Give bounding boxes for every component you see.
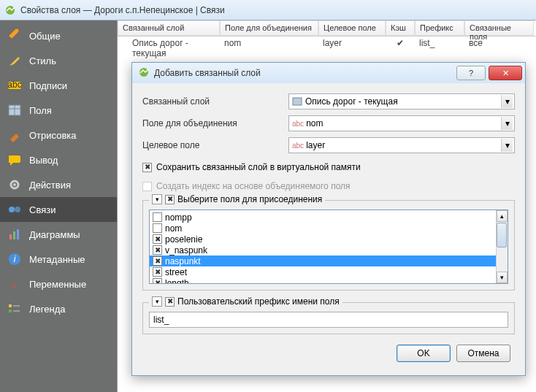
- field-checkbox[interactable]: [153, 256, 162, 266]
- svg-rect-12: [17, 229, 19, 239]
- th-join-field[interactable]: Поле для объединения: [220, 20, 318, 36]
- legend-icon: [7, 301, 22, 316]
- sidebar-item-label: Подписи: [29, 80, 67, 91]
- sidebar-item-label: Переменные: [29, 279, 86, 290]
- list-item[interactable]: length: [150, 277, 508, 284]
- sidebar-item-display[interactable]: Вывод: [0, 147, 117, 172]
- join-layer-label: Связанный слой: [142, 96, 288, 107]
- join-layer-select[interactable]: Опись дорог - текущая ▾: [288, 93, 515, 109]
- th-join-layer[interactable]: Связанный слой: [118, 20, 220, 36]
- list-item[interactable]: nom: [150, 223, 508, 234]
- table-icon: [7, 103, 22, 118]
- scroll-thumb[interactable]: [497, 223, 507, 247]
- fields-listbox[interactable]: nompp nom poselenie v_naspunk naspunkt s…: [149, 210, 508, 284]
- sidebar-item-style[interactable]: Стиль: [0, 48, 117, 73]
- list-item[interactable]: naspunkt: [150, 255, 508, 266]
- svg-point-9: [15, 207, 20, 212]
- sidebar-item-metadata[interactable]: iМетаданные: [0, 247, 117, 272]
- collapse-button[interactable]: ▾: [152, 194, 162, 204]
- select-value: layer: [306, 140, 325, 150]
- target-field-select[interactable]: abc layer ▾: [288, 137, 515, 153]
- svg-point-7: [13, 183, 16, 186]
- prefix-input[interactable]: [149, 312, 508, 328]
- joins-table-header: Связанный слой Поле для объединения Целе…: [118, 20, 536, 36]
- dialog-title-bar[interactable]: Добавить связанный слой ? ✕: [132, 63, 525, 83]
- abc-prefix: abc: [292, 142, 304, 150]
- scroll-up-button[interactable]: ▴: [497, 210, 508, 222]
- list-item[interactable]: v_naspunk: [150, 245, 508, 255]
- list-item[interactable]: nompp: [150, 212, 508, 223]
- prefix-group-checkbox[interactable]: [165, 297, 175, 307]
- list-item[interactable]: poselenie: [150, 234, 508, 245]
- th-prefix[interactable]: Префикс: [415, 20, 464, 36]
- layer-icon: [292, 96, 302, 107]
- app-icon: [4, 4, 16, 16]
- join-field-select[interactable]: abc nom ▾: [288, 115, 515, 131]
- sidebar-item-fields[interactable]: Поля: [0, 98, 117, 123]
- sidebar-item-label: Действия: [29, 180, 71, 191]
- scroll-down-button[interactable]: ▾: [497, 272, 508, 283]
- sidebar-item-joins[interactable]: Связи: [0, 197, 117, 222]
- join-icon: [7, 202, 22, 217]
- svg-rect-16: [9, 304, 12, 307]
- th-cache[interactable]: Кэш: [386, 20, 415, 36]
- sidebar-item-variables[interactable]: εПеременные: [0, 272, 117, 296]
- app-icon: [138, 66, 150, 80]
- table-row[interactable]: Опись дорог - текущая nom layer ✔ list_ …: [118, 36, 536, 51]
- svg-rect-11: [13, 231, 15, 239]
- fields-group-checkbox[interactable]: [165, 195, 175, 204]
- field-checkbox[interactable]: [153, 234, 162, 244]
- epsilon-icon: ε: [7, 277, 22, 291]
- sidebar-item-label: Связи: [29, 204, 55, 215]
- chart-icon: [7, 227, 22, 242]
- sidebar-item-legend[interactable]: Легенда: [0, 296, 117, 321]
- select-value: nom: [306, 118, 323, 128]
- sidebar-item-actions[interactable]: Действия: [0, 172, 117, 197]
- collapse-button[interactable]: ▾: [152, 296, 162, 307]
- index-label: Создать индекс на основе объединяемого п…: [156, 181, 351, 191]
- field-checkbox[interactable]: [153, 267, 162, 277]
- abc-prefix: abc: [292, 120, 304, 128]
- field-checkbox[interactable]: [153, 212, 162, 222]
- join-fields-group: ▾ Выберите поля для присоединения nompp …: [142, 200, 515, 291]
- index-checkbox[interactable]: [142, 182, 152, 191]
- svg-text:i: i: [14, 254, 16, 264]
- th-target-field[interactable]: Целевое поле: [318, 20, 386, 36]
- cache-label: Сохранить связанный слой в виртуальной п…: [156, 162, 361, 172]
- sidebar-item-render[interactable]: Отрисовка: [0, 123, 117, 147]
- sidebar-item-label: Поля: [29, 105, 52, 116]
- close-button[interactable]: ✕: [489, 66, 522, 80]
- scrollbar[interactable]: ▴ ▾: [496, 210, 508, 283]
- svg-rect-17: [9, 310, 12, 312]
- abc-icon: abc: [7, 78, 22, 93]
- sidebar-item-label: Метаданные: [29, 254, 85, 265]
- list-item[interactable]: street: [150, 266, 508, 277]
- sidebar-item-general[interactable]: Общие: [0, 23, 117, 48]
- help-button[interactable]: ?: [456, 66, 486, 80]
- gear-icon: [7, 177, 22, 192]
- field-checkbox[interactable]: [153, 223, 162, 233]
- svg-rect-21: [293, 98, 302, 105]
- svg-point-8: [9, 207, 15, 212]
- join-field-label: Поле для объединения: [142, 118, 288, 128]
- cache-checkbox[interactable]: [142, 163, 152, 172]
- sidebar: Общие Стиль abcПодписи Поля Отрисовка Вы…: [0, 20, 117, 392]
- sidebar-item-label: Диаграммы: [29, 229, 80, 240]
- info-icon: i: [7, 252, 22, 266]
- chevron-down-icon: ▾: [501, 95, 513, 108]
- field-checkbox[interactable]: [153, 245, 162, 255]
- sidebar-item-label: Вывод: [29, 155, 58, 166]
- sidebar-item-diagrams[interactable]: Диаграммы: [0, 222, 117, 247]
- field-label: nom: [165, 223, 182, 234]
- field-checkbox[interactable]: [153, 278, 162, 284]
- window-title: Свойства слоя — Дороги с.п.Непецинское |…: [20, 5, 225, 15]
- ok-button[interactable]: OK: [397, 345, 451, 362]
- th-joined-fields[interactable]: Связанные поля: [464, 20, 534, 36]
- cancel-button[interactable]: Отмена: [456, 345, 510, 362]
- td-target-field: layer: [318, 36, 386, 51]
- fields-group-legend: Выберите поля для присоединения: [177, 194, 322, 204]
- add-join-dialog: Добавить связанный слой ? ✕ Связанный сл…: [131, 62, 526, 376]
- svg-text:abc: abc: [7, 80, 21, 90]
- field-label: naspunkt: [165, 256, 201, 266]
- sidebar-item-labels[interactable]: abcПодписи: [0, 73, 117, 98]
